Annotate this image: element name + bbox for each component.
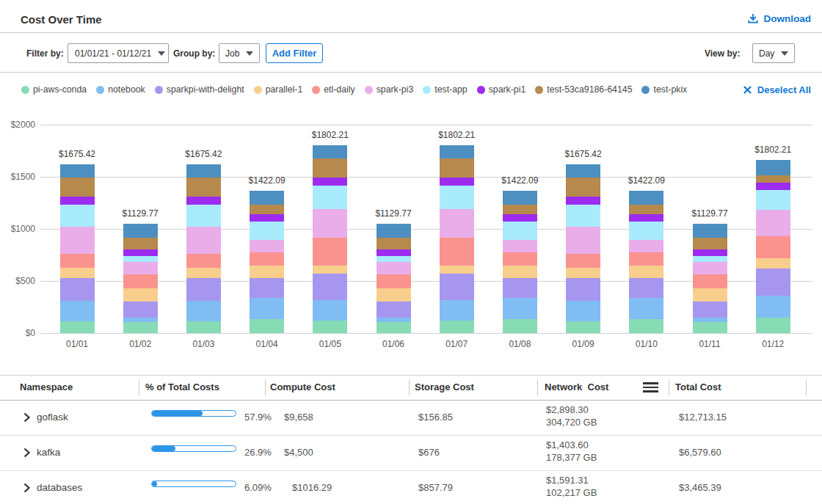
bar-segment-spark-pi3[interactable] — [566, 227, 600, 255]
table-row[interactable]: kafka26.9%$4,500$676$1,403.60178,377 GB$… — [0, 435, 822, 470]
bar-segment-etl-daily[interactable] — [629, 252, 663, 266]
bar-segment-spark-pi3[interactable] — [313, 209, 347, 238]
bar-segment-parallel-1[interactable] — [313, 266, 347, 274]
bar-segment-spark-pi3[interactable] — [377, 262, 411, 275]
bar-segment-test-app[interactable] — [250, 222, 284, 240]
bar-segment-notebook[interactable] — [186, 301, 221, 321]
bar-segment-spark-pi3[interactable] — [756, 210, 790, 235]
bar-segment-test-app[interactable] — [377, 256, 411, 262]
bar-segment-spark-pi1[interactable] — [123, 249, 158, 256]
bar-segment-sparkpi-with-delight[interactable] — [693, 302, 727, 318]
bar-segment-etl-daily[interactable] — [566, 254, 600, 267]
bar-segment-spark-pi3[interactable] — [60, 227, 95, 255]
bar-segment-pi-aws-conda[interactable] — [440, 321, 474, 333]
bar-segment-pi-aws-conda[interactable] — [693, 322, 727, 333]
bar-segment-test-pkix[interactable] — [440, 145, 474, 158]
legend-item-spark-pi3[interactable]: spark-pi3 — [365, 84, 414, 95]
bar-segment-notebook[interactable] — [756, 296, 790, 318]
bar-segment-sparkpi-with-delight[interactable] — [503, 278, 537, 299]
bar-segment-parallel-1[interactable] — [503, 266, 537, 277]
bar-segment-test-pkix[interactable] — [250, 191, 284, 205]
bar-segment-test-53ca9186-64145[interactable] — [629, 205, 663, 214]
bar-segment-spark-pi1[interactable] — [440, 178, 474, 186]
bar-segment-test-app[interactable] — [756, 190, 790, 210]
bar-segment-test-pkix[interactable] — [503, 191, 537, 205]
bar-segment-spark-pi3[interactable] — [503, 240, 537, 252]
legend-item-test-53ca9186-64145[interactable]: test-53ca9186-64145 — [535, 84, 632, 95]
bar-segment-parallel-1[interactable] — [377, 288, 411, 302]
bar-segment-pi-aws-conda[interactable] — [123, 322, 158, 333]
date-range-select[interactable]: 01/01/21 - 01/12/21 — [68, 43, 169, 63]
bar-segment-spark-pi1[interactable] — [313, 178, 347, 186]
bar-segment-pi-aws-conda[interactable] — [566, 321, 600, 333]
bar-segment-spark-pi3[interactable] — [186, 227, 221, 255]
bar-segment-spark-pi1[interactable] — [250, 214, 284, 222]
bar-segment-sparkpi-with-delight[interactable] — [629, 278, 663, 299]
bar-segment-sparkpi-with-delight[interactable] — [440, 274, 474, 300]
bar-segment-test-53ca9186-64145[interactable] — [186, 178, 221, 197]
bar-segment-test-53ca9186-64145[interactable] — [60, 178, 95, 197]
bar-segment-sparkpi-with-delight[interactable] — [756, 269, 790, 296]
bar-segment-etl-daily[interactable] — [250, 252, 284, 266]
bar-segment-test-pkix[interactable] — [60, 164, 95, 178]
bar-segment-notebook[interactable] — [503, 298, 537, 318]
menu-icon[interactable] — [643, 382, 658, 395]
bar-segment-sparkpi-with-delight[interactable] — [313, 274, 347, 300]
bar-segment-spark-pi3[interactable] — [250, 240, 284, 252]
bar-segment-test-53ca9186-64145[interactable] — [503, 205, 537, 214]
bar-segment-parallel-1[interactable] — [60, 268, 95, 278]
bar-segment-etl-daily[interactable] — [313, 238, 347, 266]
bar-segment-pi-aws-conda[interactable] — [250, 319, 284, 333]
bar-segment-spark-pi1[interactable] — [566, 197, 600, 205]
view-by-select[interactable]: Day — [752, 43, 795, 63]
legend-item-test-app[interactable]: test-app — [423, 84, 467, 95]
bar-segment-notebook[interactable] — [377, 318, 411, 322]
bar-segment-sparkpi-with-delight[interactable] — [186, 278, 221, 301]
bar-segment-test-53ca9186-64145[interactable] — [313, 158, 347, 178]
bar-segment-etl-daily[interactable] — [123, 274, 158, 288]
bar-segment-etl-daily[interactable] — [186, 254, 221, 267]
bar-segment-test-pkix[interactable] — [123, 224, 158, 238]
bar-segment-test-53ca9186-64145[interactable] — [123, 238, 158, 249]
bar-segment-test-app[interactable] — [440, 186, 474, 209]
bar-segment-test-app[interactable] — [313, 186, 347, 209]
deselect-all-button[interactable]: Deselect All — [743, 84, 811, 95]
bar-segment-pi-aws-conda[interactable] — [313, 321, 347, 333]
bar-segment-notebook[interactable] — [566, 301, 600, 321]
bar-segment-test-53ca9186-64145[interactable] — [440, 158, 474, 178]
bar-segment-notebook[interactable] — [693, 318, 727, 322]
expand-chevron-icon[interactable] — [21, 412, 32, 423]
bar-segment-test-app[interactable] — [503, 222, 537, 240]
legend-item-spark-pi1[interactable]: spark-pi1 — [477, 84, 526, 95]
bar-segment-etl-daily[interactable] — [503, 252, 537, 266]
bar-segment-test-app[interactable] — [566, 205, 600, 227]
bar-segment-parallel-1[interactable] — [123, 288, 158, 302]
bar-segment-spark-pi3[interactable] — [693, 262, 727, 275]
table-row[interactable]: databases6.09%$1016.29$857.79$1,591.3110… — [0, 470, 822, 504]
legend-item-sparkpi-with-delight[interactable]: sparkpi-with-delight — [155, 84, 244, 95]
bar-segment-test-53ca9186-64145[interactable] — [377, 238, 411, 249]
bar-segment-test-53ca9186-64145[interactable] — [693, 238, 727, 249]
bar-segment-test-app[interactable] — [123, 256, 158, 262]
add-filter-button[interactable]: Add Filter — [266, 43, 323, 63]
bar-segment-notebook[interactable] — [60, 301, 95, 321]
bar-segment-test-53ca9186-64145[interactable] — [250, 205, 284, 214]
bar-segment-spark-pi1[interactable] — [377, 249, 411, 256]
bar-segment-test-app[interactable] — [60, 205, 95, 227]
bar-segment-test-pkix[interactable] — [377, 224, 411, 238]
bar-segment-spark-pi3[interactable] — [629, 240, 663, 252]
bar-segment-parallel-1[interactable] — [250, 266, 284, 277]
bar-segment-sparkpi-with-delight[interactable] — [566, 278, 600, 301]
legend-item-notebook[interactable]: notebook — [96, 84, 145, 95]
bar-segment-test-app[interactable] — [629, 222, 663, 240]
bar-segment-pi-aws-conda[interactable] — [629, 319, 663, 333]
bar-segment-notebook[interactable] — [629, 298, 663, 318]
bar-segment-parallel-1[interactable] — [693, 288, 727, 302]
bar-segment-parallel-1[interactable] — [566, 268, 600, 278]
bar-segment-test-pkix[interactable] — [693, 224, 727, 238]
bar-segment-spark-pi1[interactable] — [756, 183, 790, 190]
bar-segment-pi-aws-conda[interactable] — [186, 321, 221, 333]
bar-segment-notebook[interactable] — [123, 318, 158, 322]
bar-segment-sparkpi-with-delight[interactable] — [60, 278, 95, 301]
expand-chevron-icon[interactable] — [21, 448, 32, 458]
